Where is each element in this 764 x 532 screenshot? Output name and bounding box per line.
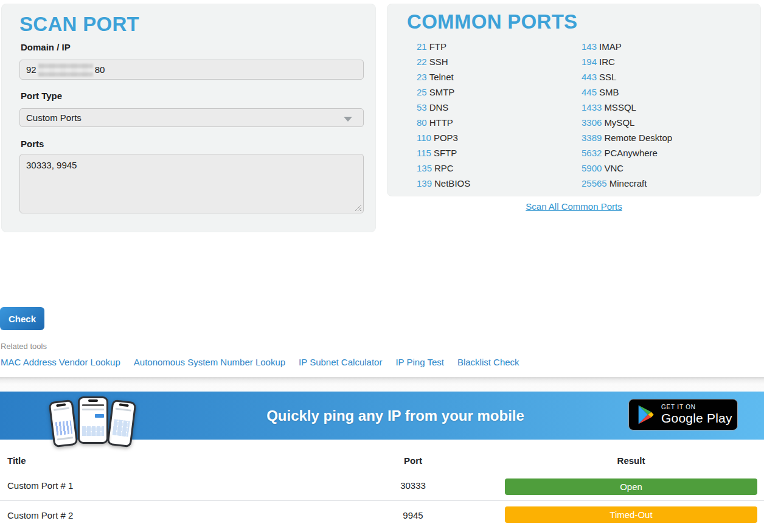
port-number: 21	[417, 41, 427, 52]
port-name: POP3	[434, 133, 458, 143]
port-name: Minecraft	[609, 178, 647, 188]
redacted-blur-block	[38, 63, 93, 77]
common-ports-column-2: 143IMAP 194IRC 443SSL 445SMB 1433MSSQL 3…	[582, 39, 672, 191]
chevron-down-icon	[344, 117, 352, 122]
decor-line	[82, 409, 104, 410]
port-type-select[interactable]: Custom Ports	[19, 108, 364, 127]
port-name: IMAP	[599, 41, 622, 52]
check-button[interactable]: Check	[0, 307, 44, 330]
port-number: 25565	[582, 178, 607, 188]
port-name: SSH	[429, 57, 448, 67]
domain-ip-value-prefix: 92	[26, 64, 36, 75]
port-number: 3306	[582, 117, 602, 128]
port-name: NetBIOS	[434, 178, 470, 188]
port-number: 143	[582, 41, 597, 52]
results-header-title: Title	[7, 455, 26, 466]
related-link-ip-ping-test[interactable]: IP Ping Test	[395, 357, 444, 367]
related-link-mac-address-vendor-lookup[interactable]: MAC Address Vendor Lookup	[1, 357, 120, 367]
table-row-1-port: 30333	[377, 480, 450, 491]
port-number: 135	[417, 163, 432, 173]
common-port-link[interactable]: 5900VNC	[582, 161, 672, 176]
decor-grid	[82, 426, 104, 436]
domain-ip-input[interactable]: 9280	[19, 60, 364, 80]
phone-mockups-illustration	[50, 393, 147, 440]
phone-notch	[56, 403, 66, 407]
common-port-link[interactable]: 3306MySQL	[582, 115, 672, 130]
scan-port-card: SCAN PORT Domain / IP 9280 Port Type Cus…	[1, 4, 376, 232]
common-port-link[interactable]: 110POP3	[417, 130, 470, 145]
port-name: VNC	[604, 163, 623, 173]
port-number: 110	[417, 133, 431, 143]
port-name: MSSQL	[604, 102, 636, 112]
common-port-link[interactable]: 1433MSSQL	[582, 100, 672, 115]
common-port-link[interactable]: 5632PCAnywhere	[582, 145, 672, 161]
port-number: 445	[582, 87, 597, 97]
common-ports-title: COMMON PORTS	[407, 10, 577, 33]
common-port-link[interactable]: 21FTP	[417, 39, 470, 54]
common-port-link[interactable]: 194IRC	[582, 54, 672, 69]
mini-bar-chart	[55, 420, 72, 435]
table-row-2-title: Custom Port # 2	[7, 510, 73, 520]
port-name: DNS	[429, 102, 449, 112]
port-number: 115	[417, 148, 431, 158]
port-name: Remote Desktop	[604, 133, 672, 143]
common-port-link[interactable]: 80HTTP	[417, 115, 470, 130]
google-play-badge[interactable]: GET IT ON Google Play	[628, 399, 738, 430]
port-number: 23	[417, 72, 427, 82]
common-port-link[interactable]: 3389Remote Desktop	[582, 130, 672, 145]
port-type-label: Port Type	[21, 91, 62, 101]
get-it-on-text: GET IT ON	[661, 404, 732, 410]
decor-grid	[113, 419, 130, 437]
decor-line	[82, 404, 104, 406]
resize-grip-icon[interactable]	[355, 204, 361, 211]
related-link-ip-subnet-calculator[interactable]: IP Subnet Calculator	[299, 357, 382, 367]
common-port-link[interactable]: 143IMAP	[582, 39, 672, 54]
ports-textarea[interactable]: 30333, 9945	[19, 154, 364, 213]
google-play-text: Google Play	[661, 411, 732, 425]
port-number: 5632	[582, 148, 602, 158]
related-link-blacklist-check[interactable]: Blacklist Check	[457, 357, 519, 367]
port-number: 3389	[582, 133, 602, 143]
port-number: 139	[417, 178, 432, 188]
ports-value: 30333, 9945	[26, 160, 77, 170]
phone-left	[49, 399, 78, 447]
mobile-app-banner: Quickly ping any IP from your mobile GET…	[0, 392, 764, 440]
common-port-link[interactable]: 115SFTP	[417, 145, 470, 161]
scan-all-wrap: Scan All Common Ports	[387, 201, 761, 212]
port-name: SFTP	[434, 148, 457, 158]
port-name: SMTP	[429, 87, 455, 97]
phone-middle	[78, 396, 108, 444]
table-row-2-port: 9945	[377, 510, 450, 520]
page: SCAN PORT Domain / IP 9280 Port Type Cus…	[0, 0, 764, 532]
port-number: 443	[582, 72, 597, 82]
common-port-link[interactable]: 445SMB	[582, 85, 672, 100]
common-port-link[interactable]: 25SMTP	[417, 85, 470, 100]
ports-label: Ports	[21, 139, 44, 149]
related-tools-label: Related tools	[1, 342, 47, 351]
port-number: 194	[582, 57, 597, 67]
port-name: RPC	[434, 163, 454, 173]
port-name: FTP	[429, 41, 446, 52]
port-number: 5900	[582, 163, 602, 173]
port-name: MySQL	[604, 117, 634, 128]
port-number: 25	[417, 87, 427, 97]
scan-all-common-ports-link[interactable]: Scan All Common Ports	[526, 201, 622, 212]
table-row-1-title: Custom Port # 1	[7, 480, 73, 491]
phone-notch	[119, 403, 129, 407]
decor-button	[95, 414, 104, 418]
common-port-link[interactable]: 23Telnet	[417, 69, 470, 85]
port-name: Telnet	[429, 72, 454, 82]
related-link-asn-lookup[interactable]: Autonomous System Number Lookup	[134, 357, 285, 367]
port-name: SMB	[599, 87, 619, 97]
port-number: 22	[417, 57, 427, 67]
common-port-link[interactable]: 135RPC	[417, 161, 470, 176]
port-name: HTTP	[429, 117, 453, 128]
common-port-link[interactable]: 25565Minecraft	[582, 176, 672, 191]
scan-port-title: SCAN PORT	[19, 13, 139, 36]
status-badge-timed-out: Timed-Out	[505, 506, 757, 523]
common-port-link[interactable]: 22SSH	[417, 54, 470, 69]
common-port-link[interactable]: 53DNS	[417, 100, 470, 115]
common-port-link[interactable]: 443SSL	[582, 69, 672, 85]
results-header-result: Result	[505, 455, 757, 466]
common-port-link[interactable]: 139NetBIOS	[417, 176, 470, 191]
